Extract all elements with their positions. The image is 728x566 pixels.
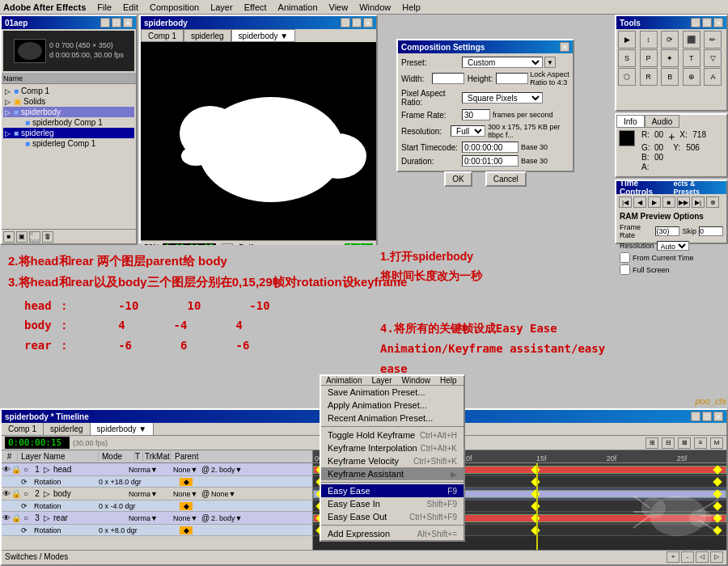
tool-rotate[interactable]: ⟳ [661, 31, 679, 49]
ctx-kf-assistant[interactable]: Keyframe Assistant ▶ [321, 467, 463, 480]
timeline-close[interactable]: × [713, 412, 723, 421]
ctx-kf-velocity[interactable]: Keyframe Velocity Ctrl+Shift+K [321, 454, 463, 467]
stop-btn[interactable]: ■ [662, 196, 675, 208]
cancel-button[interactable]: Cancel [485, 171, 527, 187]
lock-icon[interactable]: 🔒 [11, 489, 21, 498]
ctx-layer[interactable]: Layer [366, 376, 396, 385]
ctx-save-preset[interactable]: Save Animation Preset... [321, 386, 463, 399]
tool-select[interactable]: ▶ [618, 31, 636, 49]
tl-ctrl2[interactable]: ⊟ [662, 437, 675, 449]
new-comp-btn[interactable]: ■ [3, 231, 15, 243]
resolution-select[interactable]: Full [451, 125, 485, 137]
menu-help[interactable]: Help [397, 2, 425, 12]
framerate-input[interactable] [462, 109, 490, 120]
layer-mode[interactable]: Norma▼ [129, 514, 165, 522]
menu-effect[interactable]: Effect [239, 2, 272, 12]
file-spiderleg[interactable]: ▷ ■ spiderleg [3, 128, 134, 138]
file-comp1[interactable]: ▷ ■ Comp 1 [3, 86, 134, 96]
tab-comp1[interactable]: Comp 1 [141, 29, 184, 42]
layer-parent[interactable]: None▼ [211, 490, 276, 498]
tool-text[interactable]: T [683, 49, 700, 67]
file-solids[interactable]: ▷ ▣ Solids [3, 96, 134, 107]
table-row[interactable]: 👁 🔒 ○ 2 ▷ body Norma▼ None▼ @ None▼ [2, 488, 312, 501]
pixel-select[interactable]: Square Pixels [462, 92, 543, 103]
preview-maximize[interactable]: □ [352, 18, 362, 27]
switches-modes-label[interactable]: Switches / Modes [5, 552, 68, 561]
tools-maximize[interactable]: □ [702, 18, 712, 27]
preset-select[interactable]: Custom [462, 57, 543, 68]
tool-rect[interactable]: ⬛ [683, 31, 700, 49]
keyframe-btn[interactable]: ◆ [180, 478, 193, 486]
preset-btn[interactable]: ▼ [544, 57, 556, 68]
kf-rot2-15[interactable] [531, 501, 540, 510]
timeline-time-display[interactable]: 0:00:00:15 [5, 437, 70, 449]
tool-star[interactable]: ✦ [661, 49, 679, 67]
lock-icon[interactable]: 🔒 [11, 465, 21, 474]
keyframe-btn[interactable]: ◆ [180, 502, 193, 510]
ok-button[interactable]: OK [444, 171, 472, 187]
tool-r[interactable]: R [640, 68, 658, 86]
tool-hex[interactable]: ⬡ [618, 68, 636, 86]
first-frame-btn[interactable]: |◀ [619, 196, 632, 208]
ctx-easy-ease-in[interactable]: Easy Ease In Shift+F9 [321, 497, 463, 510]
tl-ctrl4[interactable]: ≡ [694, 437, 707, 449]
menu-animation[interactable]: Animation [273, 2, 323, 12]
expand-icon[interactable]: ▷ [44, 489, 52, 498]
kf-rot1-15[interactable] [531, 477, 540, 486]
bottom-ctrl1[interactable]: + [667, 551, 679, 563]
table-row[interactable]: 👁 🔒 ○ 3 ▷ rear Norma▼ None▼ @ 2. body▼ [2, 512, 312, 525]
file-spiderleg-comp1[interactable]: ■ spiderleg Comp 1 [3, 138, 134, 149]
tool-a[interactable]: A [704, 68, 722, 86]
tl-ctrl1[interactable]: ⊞ [645, 437, 658, 449]
dialog-close[interactable]: × [560, 42, 569, 52]
file-spiderbody-comp1[interactable]: ■ spiderbody Comp 1 [3, 117, 134, 128]
layer-parent[interactable]: 2. body▼ [211, 514, 276, 522]
solo-icon[interactable]: ○ [21, 513, 31, 522]
delete-btn[interactable]: 🗑 [42, 231, 53, 243]
height-input[interactable] [496, 73, 528, 84]
close-btn[interactable]: × [123, 18, 133, 27]
tab-spiderbody[interactable]: spiderbody ▼ [231, 29, 296, 42]
resolution-select[interactable]: Auto [657, 241, 689, 251]
solo-icon[interactable]: ○ [21, 489, 31, 498]
tool-s[interactable]: S [618, 49, 636, 67]
layer-parent[interactable]: 2. body▼ [211, 466, 276, 474]
last-frame-btn[interactable]: ▶| [692, 196, 705, 208]
tools-close[interactable]: × [713, 18, 723, 27]
timeline-maximize[interactable]: □ [702, 412, 712, 421]
eye-icon[interactable]: 👁 [2, 513, 11, 522]
layer-mode[interactable]: Norma▼ [129, 490, 165, 498]
duration-input[interactable] [462, 155, 518, 167]
new-folder-btn[interactable]: ▣ [16, 231, 28, 243]
rotation-value[interactable]: 0 x +8.0 dgr [99, 526, 180, 534]
timeline-minimize[interactable]: _ [691, 412, 700, 421]
minimize-btn[interactable]: _ [100, 18, 110, 27]
ram-preview-btn[interactable]: ⊕ [706, 196, 719, 208]
menu-composition[interactable]: Composition [145, 2, 204, 12]
ctx-apply-preset[interactable]: Apply Animation Preset... [321, 399, 463, 412]
ctx-easy-ease[interactable]: Easy Ease F9 [321, 484, 463, 497]
next-frame-btn[interactable]: ▶▶ [677, 196, 690, 208]
width-input[interactable] [432, 73, 464, 84]
eye-icon[interactable]: 👁 [2, 489, 11, 498]
ctx-toggle-hold[interactable]: Toggle Hold Keyframe Ctrl+Alt+H [321, 429, 463, 441]
menu-layer[interactable]: Layer [205, 2, 238, 12]
bottom-ctrl4[interactable]: ▷ [710, 551, 723, 563]
lock-icon[interactable]: 🔒 [11, 513, 21, 522]
menu-view[interactable]: View [324, 2, 353, 12]
maximize-btn[interactable]: □ [112, 18, 121, 27]
menu-file[interactable]: File [92, 2, 116, 12]
ctx-help[interactable]: Help [435, 376, 462, 385]
prev-frame-btn[interactable]: ◀ [633, 196, 646, 208]
keyframe-btn[interactable]: ◆ [180, 526, 193, 534]
skip-input[interactable] [699, 226, 723, 236]
timecode-input[interactable] [462, 142, 518, 153]
tab-spiderleg[interactable]: spiderleg [184, 29, 231, 42]
play-btn[interactable]: ▶ [648, 196, 661, 208]
ctx-easy-ease-out[interactable]: Easy Ease Out Ctrl+Shift+F9 [321, 510, 463, 523]
tool-v[interactable]: ▽ [704, 49, 722, 67]
tl-tab-spiderleg[interactable]: spiderleg [44, 423, 91, 435]
framerate-input[interactable] [655, 226, 679, 236]
playhead[interactable] [536, 463, 538, 550]
menu-edit[interactable]: Edit [118, 2, 143, 12]
